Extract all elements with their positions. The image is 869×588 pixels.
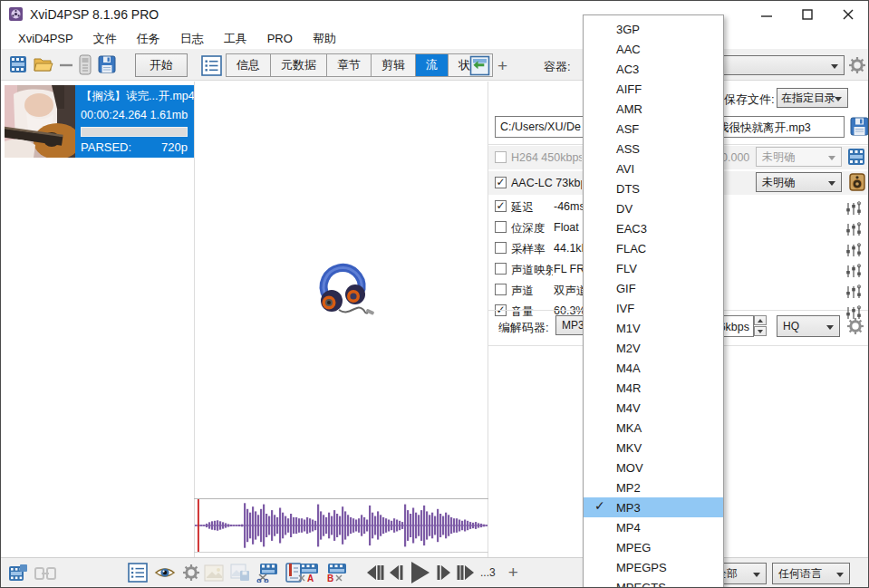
start-button[interactable]: 开始 xyxy=(135,53,188,77)
preview-eye-icon[interactable] xyxy=(154,564,176,581)
format-option-dv[interactable]: DV xyxy=(584,198,723,218)
language-combobox[interactable]: 任何语言 xyxy=(772,563,850,584)
save-frame-icon[interactable] xyxy=(230,564,250,582)
encoder-icon[interactable] xyxy=(78,54,92,75)
tab-2[interactable]: 章节 xyxy=(327,54,372,76)
equalizer-icon-3[interactable] xyxy=(845,264,863,279)
audio-format-combobox[interactable]: 未明确 xyxy=(756,172,842,192)
step-back-icon[interactable] xyxy=(390,564,404,581)
seek-end-icon[interactable] xyxy=(457,564,475,581)
format-option-mpegts[interactable]: MPEGTS xyxy=(584,577,723,588)
prop-checkbox-4[interactable] xyxy=(495,284,507,295)
format-option-m4a[interactable]: M4A xyxy=(584,358,723,378)
audio-stream-checkbox[interactable]: ✓ xyxy=(495,177,507,188)
format-option-mp4[interactable]: MP4 xyxy=(584,517,723,537)
tasks-icon[interactable] xyxy=(8,564,28,583)
format-option-ass[interactable]: ASS xyxy=(584,139,723,159)
tab-1[interactable]: 元数据 xyxy=(271,54,327,76)
screenshot-icon[interactable] xyxy=(204,564,224,582)
seek-start-icon[interactable] xyxy=(366,564,384,581)
menu-item-2[interactable]: 任务 xyxy=(127,28,170,50)
format-option-ac3[interactable]: AC3 xyxy=(584,59,723,79)
menu-item-3[interactable]: 日志 xyxy=(170,28,214,50)
equalizer-icon-5[interactable] xyxy=(845,305,863,321)
import-icon[interactable] xyxy=(469,55,490,76)
menu-item-0[interactable]: XviD4PSP xyxy=(8,29,83,48)
prop-checkbox-3[interactable] xyxy=(495,263,507,275)
format-option-mkv[interactable]: MKV xyxy=(584,438,723,458)
open-folder-icon[interactable] xyxy=(34,55,53,73)
format-option-flv[interactable]: FLV xyxy=(584,258,723,278)
tab-3[interactable]: 剪辑 xyxy=(372,54,416,76)
menu-bar: XviD4PSP文件任务日志工具PRO帮助 xyxy=(1,28,868,49)
video-format-combobox[interactable]: 未明确 xyxy=(756,147,842,167)
cut-icon[interactable] xyxy=(256,563,278,583)
step-forward-icon[interactable] xyxy=(437,564,451,581)
format-option-m4r[interactable]: M4R xyxy=(584,378,723,398)
save-icon[interactable] xyxy=(97,54,117,74)
format-option-ivf[interactable]: IVF xyxy=(584,298,723,318)
menu-item-5[interactable]: PRO xyxy=(257,29,303,48)
close-button[interactable] xyxy=(833,6,864,23)
video-stream-checkbox[interactable] xyxy=(495,151,507,163)
quality-combobox[interactable]: HQ xyxy=(777,315,840,337)
format-option-3gp[interactable]: 3GP xyxy=(584,19,723,39)
join-icon[interactable] xyxy=(34,564,56,583)
trim-a-icon[interactable]: A xyxy=(297,563,319,583)
format-option-m1v[interactable]: M1V xyxy=(584,318,723,338)
format-option-eac3[interactable]: EAC3 xyxy=(584,218,723,238)
prop-checkbox-2[interactable] xyxy=(495,242,507,254)
task-thumbnail[interactable] xyxy=(5,85,75,158)
settings-gear-icon[interactable] xyxy=(848,56,866,74)
maximize-button[interactable] xyxy=(792,6,823,23)
format-option-asf[interactable]: ASF xyxy=(584,119,723,139)
remove-icon[interactable] xyxy=(59,63,73,68)
task-status-value: 720p xyxy=(161,140,188,154)
container-label: 容器: xyxy=(544,59,571,75)
format-option-label: M1V xyxy=(616,322,641,335)
equalizer-icon-1[interactable] xyxy=(845,222,863,237)
menu-item-4[interactable]: 工具 xyxy=(214,28,257,50)
format-option-mpegps[interactable]: MPEGPS xyxy=(584,557,723,577)
equalizer-icon-2[interactable] xyxy=(845,243,863,258)
list-icon[interactable] xyxy=(201,55,222,76)
format-option-dts[interactable]: DTS xyxy=(584,178,723,198)
save-mode-combobox[interactable]: 在指定目录 xyxy=(777,88,848,108)
video-file-icon[interactable] xyxy=(8,54,28,74)
equalizer-icon-4[interactable] xyxy=(845,284,863,300)
format-option-mov[interactable]: MOV xyxy=(584,458,723,477)
format-option-mp3[interactable]: ✓MP3 xyxy=(584,497,723,517)
format-option-label: MP2 xyxy=(616,481,641,495)
minimize-button[interactable] xyxy=(751,6,782,23)
menu-item-1[interactable]: 文件 xyxy=(83,28,127,50)
tab-4[interactable]: 流 xyxy=(416,54,449,76)
format-option-avi[interactable]: AVI xyxy=(584,159,723,178)
tab-0[interactable]: 信息 xyxy=(227,54,271,76)
app-window: XviD4PSP 8.1.96 PRO XviD4PSP文件任务日志工具PRO帮… xyxy=(0,0,869,588)
format-option-amr[interactable]: AMR xyxy=(584,99,723,119)
menu-item-6[interactable]: 帮助 xyxy=(303,28,346,50)
save-path-icon[interactable] xyxy=(850,117,869,136)
format-option-flac[interactable]: FLAC xyxy=(584,238,723,258)
settings-gear-icon[interactable] xyxy=(182,564,200,582)
prop-checkbox-1[interactable] xyxy=(495,221,507,233)
format-option-mpeg[interactable]: MPEG xyxy=(584,537,723,557)
format-option-m4v[interactable]: M4V xyxy=(584,398,723,418)
trim-b-icon[interactable]: B xyxy=(325,563,347,583)
bitrate-up-button[interactable] xyxy=(754,315,767,325)
format-option-aac[interactable]: AAC xyxy=(584,39,723,59)
equalizer-icon-0[interactable] xyxy=(845,201,863,217)
format-option-mp2[interactable]: MP2 xyxy=(584,477,723,497)
add-task-button[interactable]: + xyxy=(497,56,507,76)
format-option-m2v[interactable]: M2V xyxy=(584,338,723,358)
format-option-gif[interactable]: GIF xyxy=(584,278,723,298)
format-option-aiff[interactable]: AIFF xyxy=(584,79,723,99)
add-media-button[interactable]: + xyxy=(508,563,518,583)
format-option-mka[interactable]: MKA xyxy=(584,418,723,438)
task-info-panel[interactable]: 【搁浅】读完...开.mp4 00:00:24.264 1.61mb PARSE… xyxy=(75,85,194,158)
bitrate-down-button[interactable] xyxy=(754,326,767,336)
prop-checkbox-0[interactable]: ✓ xyxy=(495,200,507,212)
list-icon[interactable] xyxy=(128,563,148,583)
waveform-display[interactable] xyxy=(195,499,488,552)
play-icon[interactable] xyxy=(410,561,431,584)
